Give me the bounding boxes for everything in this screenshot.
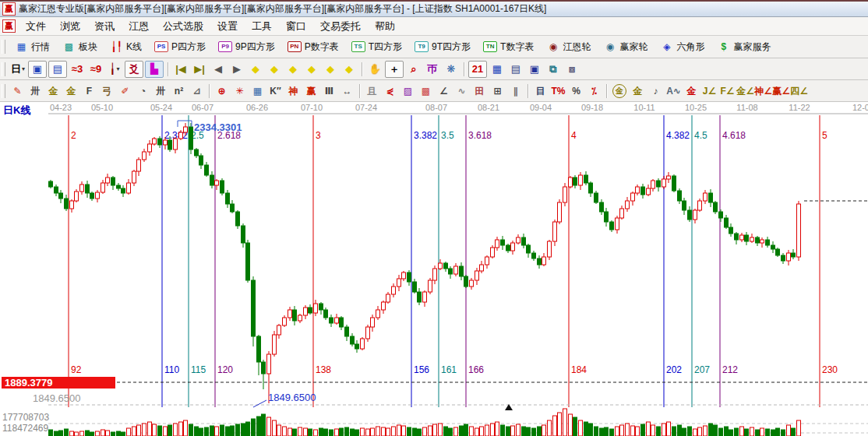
- kline-button[interactable]: ╽╿K线: [104, 38, 147, 56]
- f-angle-icon[interactable]: F∠: [719, 83, 736, 99]
- number-ruler-icon[interactable]: Ⅲ: [321, 83, 337, 99]
- gold-angle-icon[interactable]: 金∠: [737, 83, 753, 99]
- radial-web-icon[interactable]: ✳: [231, 83, 248, 99]
- next-bar-icon[interactable]: ▶: [228, 62, 245, 77]
- n-squared-icon[interactable]: n²: [171, 83, 187, 99]
- menu-item-10[interactable]: 帮助: [368, 17, 402, 36]
- menu-item-9[interactable]: 交易委托: [313, 17, 368, 36]
- radial-rays-icon[interactable]: ⋞: [382, 83, 398, 99]
- comb-plain-icon[interactable]: 卅: [153, 83, 169, 99]
- comb-grid-icon[interactable]: 卅: [27, 83, 44, 99]
- sectors-button[interactable]: ▩板块: [57, 38, 103, 56]
- pen-draw-icon[interactable]: ✎: [9, 83, 26, 99]
- gann-fit-icon[interactable]: ◆: [340, 62, 358, 77]
- winner-wheel-button[interactable]: ◉赢家轮: [598, 38, 653, 56]
- zigzag-wave-icon[interactable]: ∿: [453, 83, 470, 99]
- winner-comb-icon[interactable]: 赢: [303, 83, 319, 99]
- target-circle-icon[interactable]: ⊕: [213, 83, 230, 99]
- gann-pattern-icon[interactable]: 帀: [424, 62, 441, 77]
- grid-rays-icon[interactable]: ▩: [418, 83, 434, 99]
- p-number-table-button[interactable]: PNP数字表: [282, 38, 344, 56]
- dense-grid-icon[interactable]: 田: [471, 83, 488, 99]
- gold-underline-icon[interactable]: 金: [683, 83, 700, 99]
- wave-brain-icon[interactable]: ❋: [443, 62, 460, 77]
- winner-service-button[interactable]: $赢家服务: [711, 38, 776, 56]
- window-box-icon[interactable]: 且: [364, 83, 380, 99]
- god-angle-icon[interactable]: 神∠: [755, 83, 771, 99]
- toolbar-drag-handle[interactable]: [2, 62, 5, 76]
- menu-item-4[interactable]: 江恩: [122, 17, 156, 36]
- price-ladder-icon[interactable]: 目: [532, 83, 549, 99]
- percent-icon[interactable]: %: [568, 83, 584, 99]
- menu-item-3[interactable]: 资讯: [87, 17, 122, 36]
- god-comb-icon[interactable]: 神: [285, 83, 302, 99]
- cycle-circle-icon[interactable]: ◔: [135, 83, 151, 99]
- gann-wheel-button[interactable]: ◉江恩轮: [541, 38, 596, 56]
- gold-bands-icon[interactable]: 金: [630, 83, 646, 99]
- calendar-21-icon[interactable]: 21: [468, 61, 487, 78]
- candlestick-chart-svg[interactable]: 04-2305-1005-2406-0706-2607-1007-2408-07…: [0, 102, 868, 436]
- color-chart-icon[interactable]: ▙: [145, 61, 164, 78]
- pattern-stamp-icon[interactable]: 爻: [125, 61, 143, 78]
- menu-item-6[interactable]: 设置: [210, 17, 245, 36]
- t-square-button[interactable]: TST四方形: [346, 38, 408, 56]
- width-measure-icon[interactable]: ↔: [339, 83, 355, 99]
- zoom-query-icon[interactable]: ⌕: [405, 62, 422, 77]
- menu-item-2[interactable]: 浏览: [53, 17, 87, 36]
- pan-hand-icon[interactable]: ✋: [366, 62, 383, 77]
- notes-icon[interactable]: ▤: [507, 62, 524, 77]
- wave-3-icon[interactable]: ≈3: [69, 62, 86, 77]
- trend-arrows-icon[interactable]: ∠: [436, 83, 452, 99]
- four-angle-icon[interactable]: 四∠: [791, 83, 807, 99]
- net-update-icon[interactable]: ⧉: [545, 62, 562, 77]
- gann-step-right-icon[interactable]: ◆: [266, 62, 283, 77]
- crosshair-icon[interactable]: ＋: [385, 61, 404, 78]
- spiral-comb-icon[interactable]: 弓: [99, 83, 115, 99]
- box-rays-icon[interactable]: ▨: [400, 83, 416, 99]
- percent-line-icon[interactable]: ⁒: [586, 83, 602, 99]
- toolbar-drag-handle[interactable]: [2, 40, 5, 54]
- menu-item-1[interactable]: 文件: [19, 17, 53, 36]
- wave-9-icon[interactable]: ≈9: [87, 62, 104, 77]
- gann-fast-left-icon[interactable]: ◆: [303, 62, 320, 77]
- pen-comb-icon[interactable]: ✐: [117, 83, 133, 99]
- gold-circle-icon[interactable]: 金: [612, 84, 626, 98]
- k-string-icon[interactable]: K″: [267, 83, 284, 99]
- goto-last-icon[interactable]: ▶|: [191, 62, 208, 77]
- t9-square-button[interactable]: T99T四方形: [409, 38, 476, 56]
- menu-item-8[interactable]: 窗口: [279, 17, 313, 36]
- candle-style-button[interactable]: ╽▾: [106, 62, 123, 77]
- square-web-icon[interactable]: ▦: [249, 83, 266, 99]
- wave-a-icon[interactable]: A∿: [665, 83, 682, 99]
- save-icon[interactable]: ▣: [526, 62, 543, 77]
- market-quotes-button[interactable]: ▦行情: [9, 38, 55, 56]
- gann-expand-icon[interactable]: ◆: [284, 62, 302, 77]
- f10-info-icon[interactable]: ▤: [48, 61, 67, 78]
- gold-comb-b-icon[interactable]: 金: [63, 83, 79, 99]
- kline-chart-area[interactable]: 日K线 04-2305-1005-2406-0706-2607-1007-240…: [0, 102, 868, 436]
- prev-bar-icon[interactable]: ◀: [210, 62, 227, 77]
- j-angle-icon[interactable]: J∠: [701, 83, 718, 99]
- toolbar-drag-handle[interactable]: [2, 84, 5, 98]
- fib-comb-icon[interactable]: F: [81, 83, 97, 99]
- gold-comb-a-icon[interactable]: 金: [45, 83, 62, 99]
- remote-pc-icon[interactable]: ⧈: [563, 62, 580, 77]
- percent-retrace-icon[interactable]: T%: [550, 83, 566, 99]
- menu-item-5[interactable]: 公式选股: [156, 17, 210, 36]
- parallel-lines-icon[interactable]: ∥: [507, 83, 524, 99]
- title-bar[interactable]: 赢 赢家江恩专业版[赢家内部服务平台][赢家内部服务平台][赢家内部服务平台][…: [0, 0, 868, 17]
- menu-item-7[interactable]: 工具: [245, 17, 279, 36]
- gann-step-left-icon[interactable]: ◆: [247, 62, 264, 77]
- gann-fast-right-icon[interactable]: ◆: [322, 62, 339, 77]
- p-square-button[interactable]: PSP四方形: [149, 38, 211, 56]
- t-number-table-button[interactable]: TNT数字表: [478, 38, 539, 56]
- winner-angle-icon[interactable]: 赢∠: [773, 83, 789, 99]
- grid-arrow-icon[interactable]: ⊞: [489, 83, 506, 99]
- goto-first-icon[interactable]: |◀: [172, 62, 189, 77]
- zoom-window-icon[interactable]: ▣: [28, 61, 47, 78]
- hexagon-button[interactable]: ◈六角形: [655, 38, 710, 56]
- calculator-icon[interactable]: ▦: [489, 62, 506, 77]
- period-day-button[interactable]: 日▾: [9, 62, 26, 77]
- p9-square-button[interactable]: P99P四方形: [213, 38, 281, 56]
- angle-ruler-icon[interactable]: ⊿: [189, 83, 205, 99]
